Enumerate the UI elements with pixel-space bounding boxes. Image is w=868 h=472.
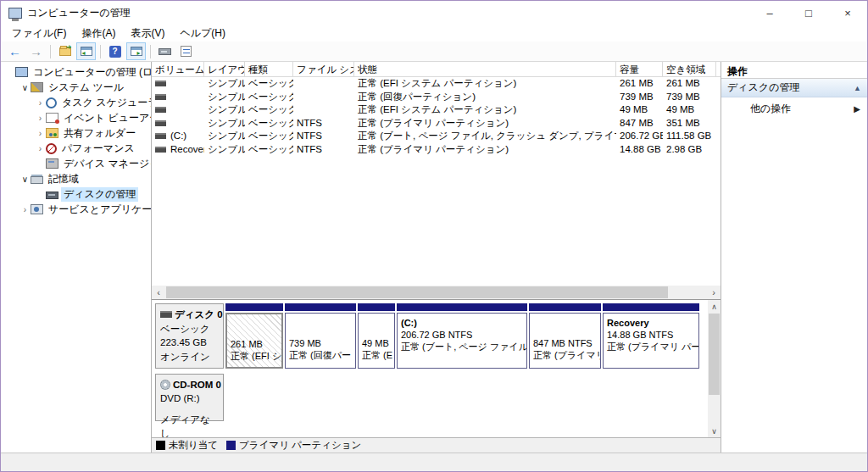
column-header[interactable]: 状態: [354, 62, 616, 76]
actions-group-disk-management[interactable]: ディスクの管理 ▲: [721, 79, 867, 97]
tree-item[interactable]: ›パフォーマンス: [1, 141, 151, 156]
tree-item[interactable]: ディスクの管理: [1, 186, 151, 202]
table-row[interactable]: RecoveryシンプルベーシックNTFS正常 (プライマリ パーティション)1…: [152, 143, 721, 157]
diskmgmt-icon: [46, 192, 58, 199]
disk0-info-box[interactable]: ディスク 0 ベーシック 223.45 GB オンライン: [155, 303, 224, 369]
table-cell: NTFS: [293, 130, 354, 142]
menu-item[interactable]: 操作(A): [74, 25, 123, 42]
tree-expander-icon[interactable]: ›: [35, 144, 46, 153]
table-cell: ベーシック: [245, 77, 293, 90]
scroll-left-icon[interactable]: ‹: [152, 286, 165, 299]
scroll-right-icon[interactable]: ›: [707, 286, 721, 299]
table-cell: ベーシック: [245, 143, 293, 156]
more-actions-item[interactable]: 他の操作 ▶: [721, 97, 867, 119]
collapse-icon[interactable]: ▲: [854, 84, 861, 92]
scheduler-icon: [46, 97, 57, 108]
table-cell: 261 MB: [616, 77, 663, 90]
tree-item[interactable]: ›イベント ビューアー: [1, 110, 151, 125]
menu-item[interactable]: 表示(V): [123, 25, 172, 42]
table-cell: 739 MB: [663, 91, 716, 103]
tree-expander-icon[interactable]: ∨: [19, 175, 31, 184]
show-action-pane-button[interactable]: [126, 42, 146, 60]
scroll-up-icon[interactable]: ∧: [708, 300, 721, 313]
horizontal-scrollbar[interactable]: ‹ ›: [152, 286, 721, 299]
table-cell: 49 MB: [616, 103, 663, 116]
table-row[interactable]: シンプルベーシック正常 (回復パーティション)739 MB739 MB: [152, 91, 721, 104]
disk0-name: ディスク 0: [175, 308, 223, 322]
tree-item[interactable]: ∨記憶域: [1, 171, 151, 186]
cdrom-info-box[interactable]: CD-ROM 0 DVD (R:) メディアなし: [155, 374, 224, 421]
properties-icon: [181, 46, 192, 57]
help-button[interactable]: ?: [105, 42, 125, 60]
menu-bar: ファイル(F)操作(A)表示(V)ヘルプ(H): [1, 25, 867, 42]
horizontal-scrollbar-thumb[interactable]: [166, 286, 668, 298]
table-cell: 847 MB: [616, 117, 663, 130]
partition-block[interactable]: (C:)206.72 GB NTFS正常 (ブート, ページ ファイル, クラ:: [397, 303, 527, 369]
vertical-scrollbar-thumb[interactable]: [709, 314, 720, 395]
tree-expander-icon[interactable]: ›: [35, 129, 46, 138]
tree-expander-icon[interactable]: ›: [19, 205, 31, 214]
vertical-scrollbar[interactable]: ∧ ∨: [708, 300, 721, 437]
properties-button[interactable]: [176, 42, 196, 60]
column-header[interactable]: レイアウト: [204, 62, 245, 76]
column-header[interactable]: ボリューム: [152, 62, 204, 76]
partition-type-bar: [397, 303, 527, 311]
table-row[interactable]: シンプルベーシック正常 (EFI システム パーティション)261 MB261 …: [152, 77, 721, 91]
table-cell: 2.98 GB: [663, 143, 716, 156]
export-list-button[interactable]: [55, 42, 75, 60]
column-header[interactable]: ファイル システム: [293, 62, 354, 76]
menu-item[interactable]: ファイル(F): [4, 25, 74, 42]
partition-block[interactable]: 739 MB正常 (回復パー: [285, 303, 356, 369]
tree-item[interactable]: コンピューターの管理 (ローカル): [1, 64, 151, 80]
partition-block[interactable]: 847 MB NTFS正常 (プライマリ: [529, 303, 601, 369]
partition-box[interactable]: 49 MB正常 (E: [358, 313, 395, 369]
partition-box[interactable]: Recovery14.88 GB NTFS正常 (プライマリ パーティシ: [603, 313, 699, 369]
show-console-tree-button[interactable]: [76, 42, 96, 60]
maximize-button[interactable]: □: [789, 1, 828, 25]
tree-item-label: 記憶域: [46, 172, 81, 186]
table-row[interactable]: (C:)シンプルベーシックNTFS正常 (ブート, ページ ファイル, クラッシ…: [152, 130, 721, 143]
column-header[interactable]: 容量: [616, 62, 663, 76]
close-button[interactable]: ×: [828, 1, 867, 25]
bottom-strip: [1, 453, 867, 471]
partition-status-label: 正常 (E: [362, 349, 391, 361]
partition-status-label: 正常 (回復パー: [289, 349, 352, 361]
disk0-row: ディスク 0 ベーシック 223.45 GB オンライン 261 MB正常 (E…: [155, 303, 705, 369]
forward-button[interactable]: →: [26, 42, 46, 60]
partition-box-selected[interactable]: 261 MB正常 (EFI シ: [225, 313, 283, 369]
minimize-button[interactable]: –: [750, 1, 789, 25]
partition-box[interactable]: 847 MB NTFS正常 (プライマリ: [529, 313, 601, 369]
partition-box[interactable]: (C:)206.72 GB NTFS正常 (ブート, ページ ファイル, クラ:: [397, 313, 527, 369]
table-cell: 正常 (EFI システム パーティション): [354, 103, 616, 116]
partition-block[interactable]: 49 MB正常 (E: [358, 303, 395, 369]
partition-block[interactable]: 261 MB正常 (EFI シ: [225, 303, 283, 369]
partition-box[interactable]: 739 MB正常 (回復パー: [285, 313, 356, 369]
tree-item[interactable]: ∨システム ツール: [1, 80, 151, 95]
table-row[interactable]: シンプルベーシック正常 (EFI システム パーティション)49 MB49 MB: [152, 103, 721, 117]
tree-item[interactable]: ›サービスとアプリケーション: [1, 202, 151, 217]
action-pane-icon: [131, 47, 142, 56]
scroll-down-icon[interactable]: ∨: [708, 425, 721, 437]
table-cell: シンプル: [204, 130, 245, 142]
cdrom-name: CD-ROM 0: [173, 378, 221, 392]
back-button[interactable]: ←: [5, 42, 25, 60]
console-window-button[interactable]: [155, 42, 175, 60]
table-cell: シンプル: [204, 103, 245, 116]
tree-expander-icon[interactable]: ›: [35, 98, 46, 108]
tree-item[interactable]: デバイス マネージャー: [1, 156, 151, 171]
volume-icon: [155, 120, 166, 126]
tree-expander-icon[interactable]: ›: [35, 114, 46, 123]
disk0-status: オンライン: [160, 350, 219, 364]
column-header[interactable]: 種類: [245, 62, 293, 76]
tree-item-label: イベント ビューアー: [61, 111, 152, 125]
partition-size-label: 261 MB: [231, 338, 278, 350]
partition-block[interactable]: Recovery14.88 GB NTFS正常 (プライマリ パーティシ: [603, 303, 699, 369]
partition-name: (C:): [401, 317, 523, 329]
menu-item[interactable]: ヘルプ(H): [172, 25, 233, 42]
column-header[interactable]: 空き領域: [663, 62, 716, 76]
tree-item[interactable]: ›共有フォルダー: [1, 125, 151, 141]
window-title: コンピューターの管理: [27, 6, 131, 20]
tree-item[interactable]: ›タスク スケジューラ: [1, 95, 151, 110]
tree-expander-icon[interactable]: ∨: [19, 83, 31, 92]
table-row[interactable]: シンプルベーシックNTFS正常 (プライマリ パーティション)847 MB351…: [152, 117, 721, 130]
